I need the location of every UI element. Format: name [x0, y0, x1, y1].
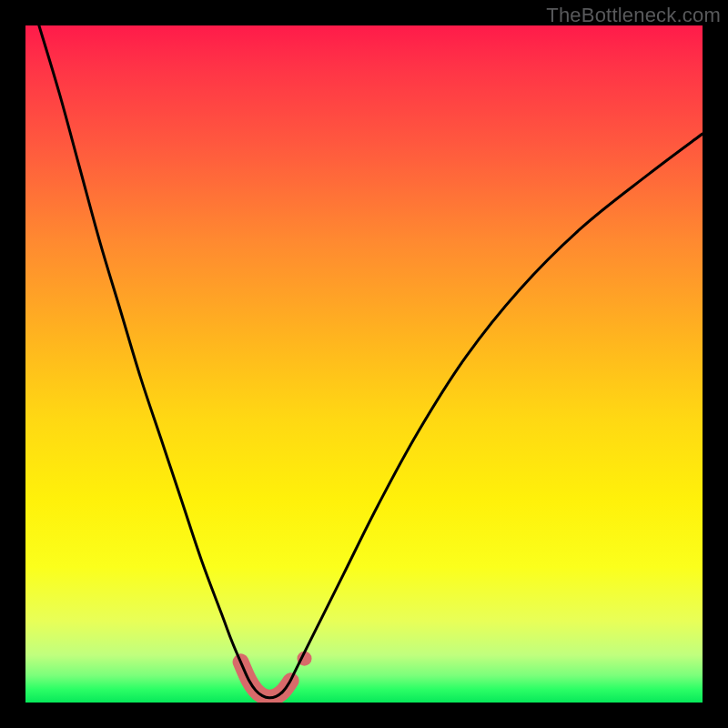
watermark-text: TheBottleneck.com	[546, 4, 721, 27]
curve-layer	[25, 25, 703, 703]
chart-frame: TheBottleneck.com	[0, 0, 728, 728]
plot-area	[25, 25, 703, 703]
bottleneck-curve	[39, 25, 703, 698]
